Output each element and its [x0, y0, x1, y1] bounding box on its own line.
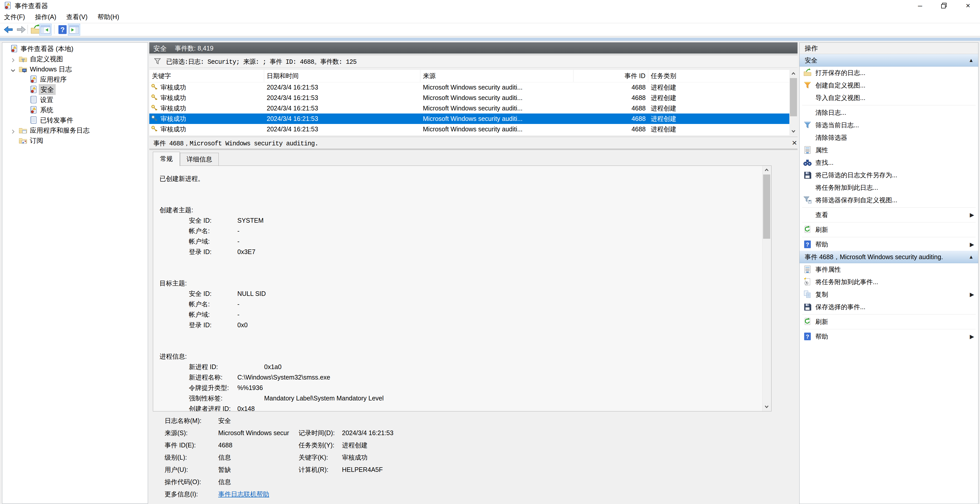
- floppy-icon: [803, 171, 812, 179]
- scroll-up-icon[interactable]: [789, 70, 797, 78]
- close-preview-icon[interactable]: ×: [789, 138, 800, 148]
- action-item-创建自定义视图[interactable]: 创建自定义视图...: [800, 79, 978, 92]
- action-item-查看[interactable]: 查看▶: [800, 209, 978, 221]
- action-item-将已筛选的日志文件另存为[interactable]: 将已筛选的日志文件另存为...: [800, 169, 978, 181]
- scroll-down-icon[interactable]: [789, 128, 797, 135]
- scrollbar-thumb[interactable]: [790, 78, 797, 116]
- menu-view[interactable]: 查看(V): [62, 11, 92, 23]
- event-row[interactable]: 审核成功2024/3/4 16:21:53Microsoft Windows s…: [149, 82, 789, 93]
- action-item-刷新[interactable]: 刷新: [800, 223, 978, 236]
- close-button[interactable]: ×: [956, 0, 980, 12]
- scrollbar-thumb[interactable]: [763, 174, 770, 239]
- event-row[interactable]: 审核成功2024/3/4 16:21:53Microsoft Windows s…: [149, 93, 789, 103]
- tree-item-Windows 日志[interactable]: Windows 日志: [2, 64, 148, 74]
- action-item-刷新[interactable]: 刷新: [800, 315, 978, 328]
- console-tree-toggle-icon[interactable]: [39, 24, 52, 35]
- svg-text:?: ?: [60, 26, 65, 34]
- binoculars-icon: [803, 158, 812, 167]
- actions-section-header[interactable]: 事件 4688，Microsoft Windows security audit…: [800, 251, 978, 263]
- menu-file[interactable]: 文件(F): [0, 11, 29, 23]
- action-item-帮助[interactable]: ?帮助▶: [800, 238, 978, 251]
- event-row[interactable]: 审核成功2024/3/4 16:21:53Microsoft Windows s…: [149, 114, 789, 124]
- cell-keyword: 审核成功: [161, 124, 264, 135]
- event-list-scrollbar[interactable]: [789, 70, 797, 135]
- column-header-eventid[interactable]: 事件 ID: [573, 70, 648, 82]
- action-item-复制[interactable]: 复制▶: [800, 288, 978, 301]
- help-icon: ?: [803, 240, 812, 249]
- description-line: 登录 ID:0x0: [159, 320, 756, 330]
- chevron-right-icon[interactable]: [10, 127, 16, 133]
- action-pane-toggle-icon[interactable]: [68, 24, 80, 35]
- collapse-icon[interactable]: ▲: [969, 251, 974, 263]
- action-item-label: 帮助: [815, 330, 828, 343]
- tree-item-设置[interactable]: 设置: [2, 95, 148, 105]
- action-item-清除筛选器[interactable]: 清除筛选器: [800, 132, 978, 144]
- description-scrollbar[interactable]: [762, 166, 771, 411]
- scroll-up-icon[interactable]: [762, 166, 771, 174]
- filter-funnel-icon: [153, 57, 162, 65]
- action-item-属性[interactable]: 属性: [800, 144, 978, 156]
- tree-item-订阅[interactable]: 订阅: [2, 135, 148, 146]
- event-row[interactable]: 审核成功2024/3/4 16:21:53Microsoft Windows s…: [149, 124, 789, 135]
- menu-help[interactable]: 帮助(H): [94, 11, 123, 23]
- action-item-事件属性[interactable]: 事件属性: [800, 263, 978, 276]
- forward-icon[interactable]: [15, 24, 26, 35]
- column-header-keyword[interactable]: 关键字: [149, 70, 264, 82]
- cell-source: Microsoft Windows security auditi...: [423, 124, 572, 135]
- action-item-帮助[interactable]: ?帮助▶: [800, 330, 978, 343]
- menu-action[interactable]: 操作(A): [31, 11, 60, 23]
- action-item-将任务附加到此日志[interactable]: 将任务附加到此日志...: [800, 181, 978, 194]
- event-log-help-link[interactable]: 事件日志联机帮助: [218, 488, 269, 500]
- actions-section-header[interactable]: 安全▲: [800, 54, 978, 67]
- restore-button[interactable]: [932, 0, 956, 12]
- action-item-将任务附加到此事件[interactable]: 将任务附加到此事件...: [800, 276, 978, 288]
- tree-item-系统[interactable]: 系统: [2, 105, 148, 115]
- cell-category: 进程创建: [651, 93, 789, 103]
- action-item-保存选择的事件[interactable]: 保存选择的事件...: [800, 301, 978, 313]
- description-line: [159, 341, 756, 351]
- action-item-导入自定义视图[interactable]: 导入自定义视图...: [800, 92, 978, 104]
- tree-item-安全[interactable]: 安全: [2, 84, 148, 95]
- tree-item-自定义视图[interactable]: 自定义视图: [2, 54, 148, 64]
- cell-category: 进程创建: [651, 82, 789, 93]
- chevron-down-icon[interactable]: [10, 66, 16, 72]
- cell-category: 进程创建: [651, 114, 789, 124]
- action-item-查找[interactable]: 查找...: [800, 156, 978, 169]
- metadata-row: 级别(L):信息关键字(K):审核成功: [149, 451, 797, 463]
- tab-details[interactable]: 详细信息: [180, 153, 219, 166]
- column-header-source[interactable]: 来源: [420, 70, 573, 82]
- action-item-清除日志[interactable]: 清除日志...: [800, 106, 978, 119]
- log-icon: [29, 95, 38, 104]
- tab-general[interactable]: 常规: [153, 152, 180, 166]
- tree-item-事件查看器 (本地)[interactable]: 事件查看器 (本地): [2, 44, 148, 54]
- toolbar-separator: [54, 25, 54, 34]
- funnel-blue-icon: [803, 120, 812, 129]
- action-item-打开保存的日志[interactable]: 打开保存的日志...: [800, 67, 978, 79]
- event-description-box: 已创建新进程。 创建者主题:安全 ID:SYSTEM帐户名:-帐户域:-登录 I…: [153, 166, 772, 411]
- metadata-row: 更多信息(I):事件日志联机帮助: [149, 488, 797, 500]
- description-line: 帐户域:-: [159, 236, 756, 247]
- description-line: 强制性标签:Mandatory Label\System Mandatory L…: [159, 393, 756, 404]
- tree-item-应用程序和服务日志[interactable]: 应用程序和服务日志: [2, 125, 148, 135]
- column-header-datetime[interactable]: 日期和时间: [264, 70, 420, 82]
- column-header-category[interactable]: 任务类别: [648, 70, 789, 82]
- minimize-button[interactable]: –: [908, 0, 932, 12]
- scroll-down-icon[interactable]: [762, 403, 771, 410]
- description-line: 安全 ID:SYSTEM: [159, 215, 756, 226]
- help-icon[interactable]: ?: [57, 24, 68, 35]
- action-item-将筛选器保存到自定义视图[interactable]: 将筛选器保存到自定义视图...: [800, 194, 978, 206]
- meta-label: 级别(L):: [165, 451, 187, 463]
- tree-item-已转发事件[interactable]: 已转发事件: [2, 115, 148, 125]
- floppy-icon: [803, 303, 812, 311]
- main-panel: 安全 事件数: 8,419 已筛选:日志: Security; 来源: ; 事件…: [149, 42, 797, 504]
- properties-icon: [803, 265, 812, 274]
- event-row[interactable]: 审核成功2024/3/4 16:21:53Microsoft Windows s…: [149, 103, 789, 114]
- description-line: 新进程 ID:0x1a0: [159, 362, 756, 372]
- action-item-筛选当前日志[interactable]: 筛选当前日志...: [800, 119, 978, 132]
- chevron-right-icon[interactable]: [10, 56, 16, 62]
- tree-item-应用程序[interactable]: 应用程序: [2, 74, 148, 84]
- top-strip: [0, 38, 980, 41]
- cell-source: Microsoft Windows security auditi...: [423, 82, 572, 93]
- collapse-icon[interactable]: ▲: [969, 54, 974, 66]
- back-icon[interactable]: [3, 24, 14, 35]
